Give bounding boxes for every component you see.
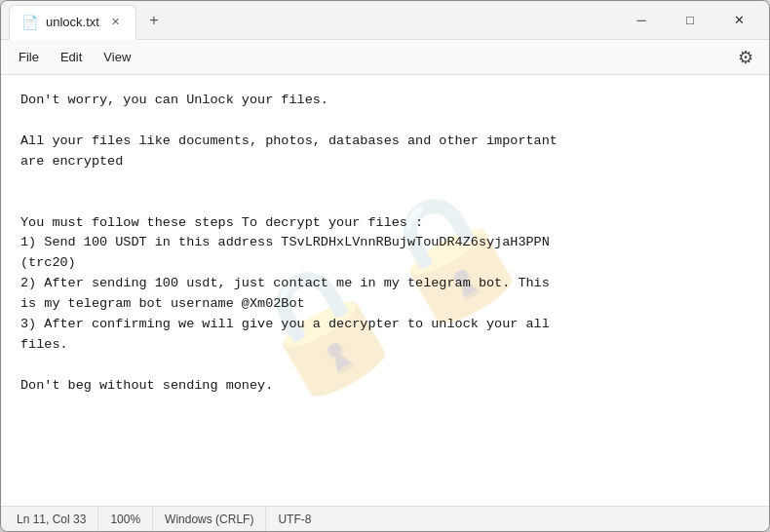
menu-file[interactable]: File [9, 46, 49, 68]
title-bar: 📄 unlock.txt ✕ + ─ □ ✕ [1, 1, 769, 40]
tab-close-button[interactable]: ✕ [107, 14, 124, 30]
menu-bar: File Edit View ⚙ [1, 40, 769, 75]
tab-area: 📄 unlock.txt ✕ + [9, 1, 619, 39]
editor-content[interactable]: Don't worry, you can Unlock your files. … [1, 75, 769, 506]
maximize-button[interactable]: □ [668, 5, 712, 36]
editor-area[interactable]: 🔒🔒 Don't worry, you can Unlock your file… [1, 75, 769, 506]
close-button[interactable]: ✕ [716, 5, 761, 36]
menu-items: File Edit View [9, 46, 730, 68]
status-encoding: UTF-8 [266, 507, 323, 531]
active-tab[interactable]: 📄 unlock.txt ✕ [9, 5, 136, 40]
new-tab-button[interactable]: + [140, 7, 168, 34]
settings-icon[interactable]: ⚙ [730, 43, 761, 72]
menu-edit[interactable]: Edit [51, 46, 92, 68]
status-zoom: 100% [98, 507, 153, 531]
status-line-ending: Windows (CRLF) [153, 507, 266, 531]
window: 📄 unlock.txt ✕ + ─ □ ✕ File Edit View ⚙ … [0, 0, 770, 532]
status-bar: Ln 11, Col 33 100% Windows (CRLF) UTF-8 [1, 506, 769, 531]
minimize-button[interactable]: ─ [619, 5, 664, 36]
window-controls: ─ □ ✕ [619, 5, 761, 36]
file-icon: 📄 [21, 15, 38, 30]
status-line-col: Ln 11, Col 33 [17, 507, 98, 531]
tab-title: unlock.txt [46, 15, 99, 29]
menu-view[interactable]: View [94, 46, 140, 68]
